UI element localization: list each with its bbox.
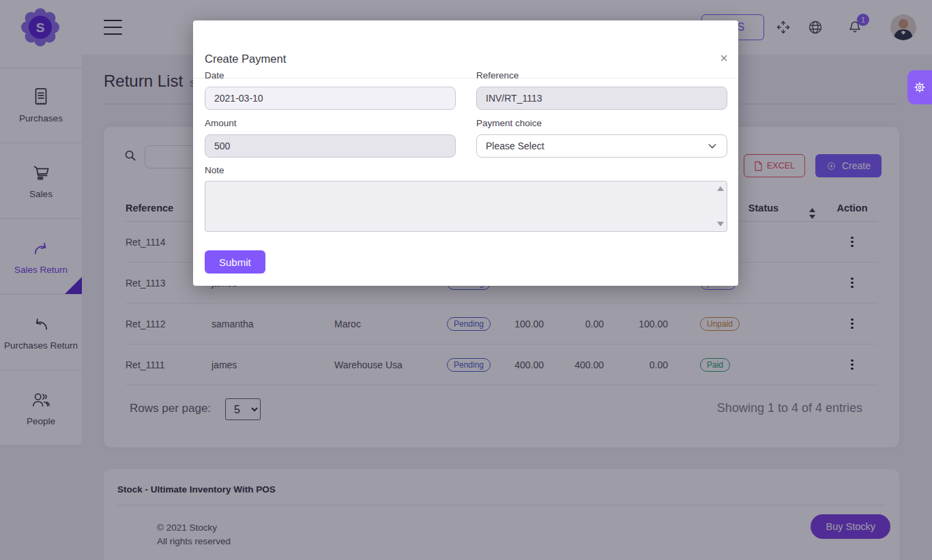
modal-divider [193, 78, 738, 78]
amount-label: Amount [205, 118, 237, 128]
payment-choice-label: Payment choice [476, 118, 542, 128]
scroll-up-arrow-icon [717, 186, 724, 191]
note-textarea[interactable] [205, 181, 727, 232]
note-label: Note [205, 165, 224, 175]
chevron-down-icon [707, 141, 718, 151]
submit-button[interactable]: Submit [205, 250, 265, 274]
close-icon[interactable]: × [716, 50, 732, 66]
gear-icon [912, 80, 927, 95]
payment-choice-value: Please Select [486, 141, 544, 151]
date-label: Date [205, 70, 224, 80]
create-payment-modal: Create Payment × Date 2021-03-10 Referen… [193, 20, 738, 286]
scroll-down-arrow-icon [717, 222, 724, 226]
date-field[interactable]: 2021-03-10 [205, 87, 456, 110]
modal-title: Create Payment [205, 53, 286, 65]
amount-field: 500 [205, 134, 456, 158]
reference-field: INV/RT_1113 [476, 87, 727, 110]
payment-choice-select[interactable]: Please Select [476, 134, 727, 158]
reference-label: Reference [476, 70, 519, 80]
settings-gear-button[interactable] [907, 70, 932, 104]
